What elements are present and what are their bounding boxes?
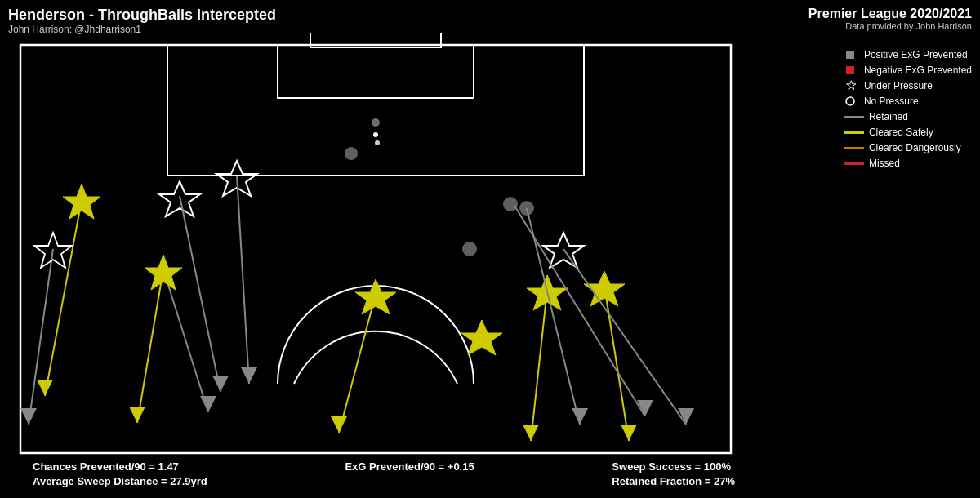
svg-point-31 <box>462 242 477 256</box>
stat-retained-fraction: Retained Fraction = 27% <box>612 475 735 487</box>
cleared-dangerously-line-icon <box>844 147 864 149</box>
svg-point-28 <box>345 147 358 160</box>
stat-block-right: Sweep Success = 100% Retained Fraction =… <box>612 460 735 490</box>
legend-item-cleared-dangerously: Cleared Dangerously <box>844 142 972 153</box>
legend-label-cleared-dangerously: Cleared Dangerously <box>869 142 961 153</box>
stat-block-left: Chances Prevented/90 = 1.47 Average Swee… <box>33 460 207 490</box>
retained-line-icon <box>844 116 864 118</box>
legend-label-negative-exg: Negative ExG Prevented <box>864 64 972 76</box>
legend-label-positive-exg: Positive ExG Prevented <box>864 49 968 60</box>
legend-label-retained: Retained <box>869 111 908 122</box>
negative-exg-icon <box>844 64 859 76</box>
svg-rect-1 <box>846 66 854 74</box>
league-title: Premier League 2020/2021 <box>808 7 972 21</box>
pitch-container <box>8 33 743 474</box>
legend-item-under-pressure: Under Pressure <box>844 80 972 91</box>
page-subtitle: John Harrison: @Jhdharrison1 <box>8 24 276 35</box>
svg-point-27 <box>372 118 380 127</box>
no-pressure-icon <box>844 96 859 107</box>
cleared-safely-line-icon <box>844 131 864 134</box>
stats-footer: Chances Prevented/90 = 1.47 Average Swee… <box>33 460 735 490</box>
legend-item-cleared-safely: Cleared Safely <box>844 127 972 138</box>
stat-sweep-success: Sweep Success = 100% <box>612 460 735 473</box>
svg-point-3 <box>846 97 854 105</box>
header-right: Premier League 2020/2021 Data provided b… <box>808 7 972 31</box>
stat-exg-prevented: ExG Prevented/90 = +0.15 <box>345 460 474 473</box>
pitch-svg <box>8 33 743 474</box>
legend-label-missed: Missed <box>869 158 900 169</box>
legend-item-negative-exg: Negative ExG Prevented <box>844 64 972 76</box>
svg-point-29 <box>503 197 518 211</box>
stat-average-sweep: Average Sweep Distance = 27.9yrd <box>33 475 207 487</box>
svg-marker-2 <box>847 81 856 90</box>
svg-point-49 <box>375 140 380 145</box>
legend: Positive ExG Prevented Negative ExG Prev… <box>844 49 972 173</box>
under-pressure-icon <box>844 80 859 91</box>
svg-rect-0 <box>846 51 854 59</box>
legend-item-positive-exg: Positive ExG Prevented <box>844 49 972 60</box>
legend-label-under-pressure: Under Pressure <box>864 80 933 91</box>
header-left: Henderson - ThroughBalls Intercepted Joh… <box>8 7 276 35</box>
data-credit: Data provided by John Harrison <box>808 21 972 31</box>
main-container: Henderson - ThroughBalls Intercepted Joh… <box>0 0 980 498</box>
page-title: Henderson - ThroughBalls Intercepted <box>8 7 276 24</box>
legend-item-no-pressure: No Pressure <box>844 96 972 107</box>
missed-line-icon <box>844 162 864 165</box>
legend-label-cleared-safely: Cleared Safely <box>869 127 933 138</box>
legend-label-no-pressure: No Pressure <box>864 96 919 107</box>
positive-exg-icon <box>844 49 859 60</box>
stat-block-center: ExG Prevented/90 = +0.15 <box>345 460 474 490</box>
legend-item-retained: Retained <box>844 111 972 122</box>
legend-item-missed: Missed <box>844 158 972 169</box>
svg-point-9 <box>373 132 378 137</box>
stat-chances-prevented: Chances Prevented/90 = 1.47 <box>33 460 207 473</box>
